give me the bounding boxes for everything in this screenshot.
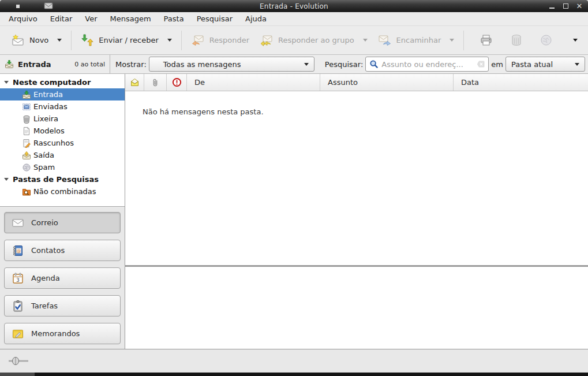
sidebar-item-nao-combinadas[interactable]: Não combinadas (0, 185, 125, 198)
tree-group-this-computer[interactable]: Neste computador (0, 76, 125, 88)
sidebar-item-spam[interactable]: Spam (0, 161, 125, 173)
search-folder-icon (22, 187, 31, 196)
print-button[interactable] (474, 30, 499, 50)
expander-icon[interactable] (4, 81, 9, 84)
show-label: Mostrar: (113, 60, 149, 69)
priority-icon (172, 77, 182, 87)
send-receive-button[interactable]: Enviar / receber (76, 30, 177, 50)
titlebar: Entrada - Evolution ✕ (0, 0, 588, 12)
statusbar (0, 349, 588, 373)
sidebar-item-modelos[interactable]: Modelos (0, 125, 125, 137)
overflow-arrow-icon (573, 39, 578, 42)
column-priority[interactable] (167, 74, 187, 91)
forward-button[interactable]: Encaminhar (373, 31, 460, 50)
menubar: Arquivo Editar Ver Mensagem Pasta Pesqui… (0, 12, 588, 26)
switcher-tasks-button[interactable]: Tarefas (4, 295, 121, 317)
junk-icon (540, 33, 553, 47)
search-box (365, 57, 489, 72)
column-date[interactable]: Data (454, 74, 588, 91)
contacts-icon: @ (12, 244, 24, 257)
folder-tree: Neste computador Entrada (0, 74, 125, 207)
window-mail-icon (44, 2, 53, 9)
in-label: em (489, 60, 505, 69)
search-icon (369, 59, 379, 69)
reply-group-dropdown-icon[interactable] (363, 39, 368, 42)
switcher-contacts-button[interactable]: @ Contatos (4, 240, 121, 261)
menu-editar[interactable]: Editar (44, 13, 79, 25)
inbox-icon (5, 59, 14, 69)
trash-icon (510, 33, 523, 47)
expander-icon[interactable] (4, 178, 9, 181)
reply-button[interactable]: Responder (186, 31, 254, 50)
toolbar-overflow-button[interactable] (568, 35, 582, 45)
desktop-taskbar-strip (0, 373, 588, 376)
forward-icon (378, 34, 392, 47)
svg-text:3: 3 (16, 277, 19, 282)
sidebar: Neste computador Entrada (0, 74, 125, 349)
menu-mensagem[interactable]: Mensagem (104, 13, 158, 25)
sidebar-item-enviadas[interactable]: Enviadas (0, 100, 125, 113)
send-receive-dropdown-icon[interactable] (167, 39, 172, 42)
empty-folder-message: Não há mensagens nesta pasta. (143, 107, 264, 116)
junk-icon (22, 163, 31, 172)
toolbar-separator (463, 31, 464, 50)
chevron-down-icon (575, 63, 579, 66)
message-list-header: De Assunto Data (125, 74, 588, 91)
folder-header: Entrada 0 ao total (0, 55, 110, 73)
chevron-down-icon (304, 63, 309, 66)
calendar-icon: 3 (12, 272, 24, 285)
search-input[interactable] (381, 60, 474, 69)
search-label: Pesquisar: (323, 60, 366, 69)
printer-icon (479, 33, 493, 47)
clear-search-icon[interactable] (477, 60, 485, 68)
column-subject[interactable]: Assunto (320, 74, 454, 91)
drafts-icon (22, 139, 31, 148)
reply-group-button[interactable]: Responder ao grupo (254, 31, 373, 50)
new-button[interactable]: Novo (6, 31, 67, 50)
folder-message-count: 0 ao total (74, 61, 105, 68)
column-attachment[interactable] (144, 74, 167, 91)
reply-icon (191, 34, 205, 47)
column-read-status[interactable] (125, 74, 144, 91)
templates-icon (22, 126, 31, 136)
sidebar-item-entrada[interactable]: Entrada (0, 88, 125, 100)
switcher-mail-button[interactable]: Correio (4, 212, 121, 233)
switcher-toggle-button[interactable] (8, 356, 29, 366)
switcher-memos-button[interactable]: Memorandos (4, 323, 121, 344)
read-status-icon (130, 78, 140, 87)
junk-button[interactable] (534, 30, 558, 50)
new-dropdown-icon[interactable] (57, 39, 62, 42)
minimize-button[interactable] (548, 2, 556, 10)
preview-pane (125, 267, 588, 349)
menu-arquivo[interactable]: Arquivo (2, 13, 44, 25)
current-folder-title: Entrada (18, 60, 51, 69)
show-filter-dropdown[interactable]: Todas as mensagens (149, 57, 314, 72)
message-list[interactable]: Não há mensagens nesta pasta. (125, 91, 588, 265)
outbox-icon (22, 151, 31, 160)
svg-text:@: @ (17, 248, 21, 253)
sidebar-item-rascunhos[interactable]: Rascunhos (0, 137, 125, 149)
column-from[interactable]: De (187, 74, 320, 91)
sidebar-item-lixeira[interactable]: Lixeira (0, 113, 125, 125)
delete-button[interactable] (504, 30, 529, 50)
filter-row: Entrada 0 ao total Mostrar: Todas as men… (0, 55, 588, 74)
toolbar-separator (71, 31, 72, 50)
switcher-calendar-button[interactable]: 3 Agenda (4, 267, 121, 289)
titlebar-dot-icon (16, 5, 20, 8)
toolbar: Novo Enviar / receber Res (0, 26, 588, 55)
maximize-button[interactable] (561, 2, 570, 10)
forward-dropdown-icon[interactable] (450, 39, 454, 42)
menu-ajuda[interactable]: Ajuda (239, 13, 273, 25)
sent-icon (22, 102, 31, 111)
component-switcher: Correio @ Contatos (0, 207, 125, 349)
menu-pasta[interactable]: Pasta (158, 13, 190, 25)
window-title: Entrada - Evolution (0, 2, 588, 10)
memos-icon (12, 327, 24, 340)
menu-ver[interactable]: Ver (78, 13, 103, 25)
sidebar-item-saida[interactable]: Saída (0, 149, 125, 161)
tree-group-search-folders[interactable]: Pastas de Pesquisas (0, 173, 125, 185)
search-scope-dropdown[interactable]: Pasta atual (505, 57, 585, 72)
close-button[interactable]: ✕ (575, 2, 583, 10)
tasks-icon (12, 300, 24, 312)
menu-pesquisar[interactable]: Pesquisar (190, 13, 239, 25)
